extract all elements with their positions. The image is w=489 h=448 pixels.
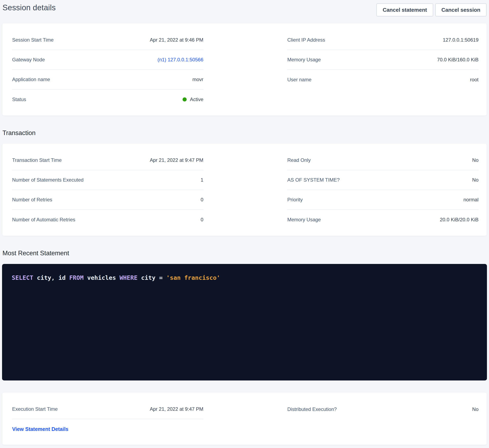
table-row-distributed-execution: Distributed Execution? No [287,399,479,419]
page-title: Session details [2,3,56,12]
status-text: Active [190,97,203,102]
row-value: No [472,177,479,183]
row-value: 20.0 KiB/20.0 KiB [440,217,479,223]
row-label: Priority [287,197,303,203]
table-row-as-of-system-time: AS OF SYSTEM TIME? No [287,170,479,190]
table-row-read-only: Read Only No [287,150,479,170]
table-row-txn-start-time: Transaction Start Time Apr 21, 2022 at 9… [12,150,203,170]
row-label: User name [287,77,311,83]
sql-statement-text: SELECT city, id FROM vehicles WHERE city… [12,274,479,282]
cancel-statement-button[interactable]: Cancel statement [376,3,433,17]
table-row-statements-executed: Number of Statements Executed 1 [12,170,203,190]
row-value: Apr 21, 2022 at 9:47 PM [150,157,203,163]
table-row-session-start-time: Session Start Time Apr 21, 2022 at 9:46 … [12,30,203,50]
table-row-retries: Number of Retries 0 [12,190,203,210]
row-label: Transaction Start Time [12,157,62,163]
row-label: Execution Start Time [12,406,58,412]
session-right-column: Client IP Address 127.0.0.1:50619 Memory… [287,30,479,109]
session-summary-card: Session Start Time Apr 21, 2022 at 9:46 … [2,23,487,116]
row-label: Application name [12,77,50,82]
execution-card: Execution Start Time Apr 21, 2022 at 9:4… [2,392,487,445]
gateway-node-link[interactable]: (n1) 127.0.0.1:50566 [157,57,203,63]
header-buttons: Cancel statement Cancel session [376,3,487,17]
execution-grid: Execution Start Time Apr 21, 2022 at 9:4… [12,399,479,439]
table-row-user-name: User name root [287,70,479,90]
row-value: normal [464,197,479,203]
transaction-right-column: Read Only No AS OF SYSTEM TIME? No Prior… [287,150,479,230]
sql-plain: city = [138,274,166,281]
table-row-memory-usage: Memory Usage 70.0 KiB/160.0 KiB [287,50,479,70]
table-row-client-ip: Client IP Address 127.0.0.1:50619 [287,30,479,50]
row-value: Apr 21, 2022 at 9:46 PM [150,37,203,43]
transaction-left-column: Transaction Start Time Apr 21, 2022 at 9… [12,150,203,230]
sql-keyword: SELECT [12,274,33,281]
row-label: AS OF SYSTEM TIME? [287,177,340,183]
row-label: Number of Automatic Retries [12,217,75,223]
transaction-grid: Transaction Start Time Apr 21, 2022 at 9… [12,150,479,230]
page-header: Session details Cancel statement Cancel … [2,3,487,17]
execution-right-column: Distributed Execution? No [287,399,479,439]
row-value: No [472,157,479,163]
execution-left-column: Execution Start Time Apr 21, 2022 at 9:4… [12,399,203,439]
row-label: Memory Usage [287,217,321,223]
sql-string-literal: 'san francisco' [166,274,220,281]
table-row-status: Status Active [12,90,203,109]
row-value: 1 [201,177,203,183]
view-statement-details-row: View Statement Details [12,419,203,439]
row-value: 70.0 KiB/160.0 KiB [437,57,479,63]
transaction-section-title: Transaction [2,129,487,137]
row-value: root [470,77,479,83]
session-summary-grid: Session Start Time Apr 21, 2022 at 9:46 … [12,30,479,109]
row-label: Memory Usage [287,57,321,63]
cancel-session-button[interactable]: Cancel session [435,3,487,17]
row-value: 0 [201,197,203,203]
table-row-priority: Priority normal [287,190,479,210]
row-value: Apr 21, 2022 at 9:47 PM [150,406,203,412]
session-details-page: Session details Cancel statement Cancel … [0,0,489,445]
row-label: Status [12,97,26,102]
table-row-gateway-node: Gateway Node (n1) 127.0.0.1:50566 [12,50,203,70]
sql-plain: vehicles [83,274,120,281]
row-label: Client IP Address [287,37,325,43]
row-value: 127.0.0.1:50619 [443,37,479,43]
row-value: 0 [201,217,203,223]
session-left-column: Session Start Time Apr 21, 2022 at 9:46 … [12,30,203,109]
transaction-card: Transaction Start Time Apr 21, 2022 at 9… [2,143,487,236]
row-value: movr [192,77,203,82]
view-statement-details-link[interactable]: View Statement Details [12,426,68,432]
sql-keyword: FROM [69,274,83,281]
row-label: Number of Statements Executed [12,177,83,183]
sql-keyword: WHERE [120,274,138,281]
row-label: Distributed Execution? [287,407,337,412]
status-badge: Active [183,97,203,102]
row-value: No [472,407,479,412]
row-label: Number of Retries [12,197,52,203]
table-row-txn-memory-usage: Memory Usage 20.0 KiB/20.0 KiB [287,210,479,230]
table-row-execution-start-time: Execution Start Time Apr 21, 2022 at 9:4… [12,399,203,419]
row-label: Read Only [287,157,310,163]
row-label: Session Start Time [12,37,54,43]
sql-statement-box: SELECT city, id FROM vehicles WHERE city… [2,264,487,381]
table-row-automatic-retries: Number of Automatic Retries 0 [12,210,203,230]
row-label: Gateway Node [12,57,45,63]
most-recent-statement-title: Most Recent Statement [2,249,487,257]
status-active-dot-icon [183,97,187,101]
table-row-application-name: Application name movr [12,70,203,90]
sql-plain: city, id [33,274,69,281]
